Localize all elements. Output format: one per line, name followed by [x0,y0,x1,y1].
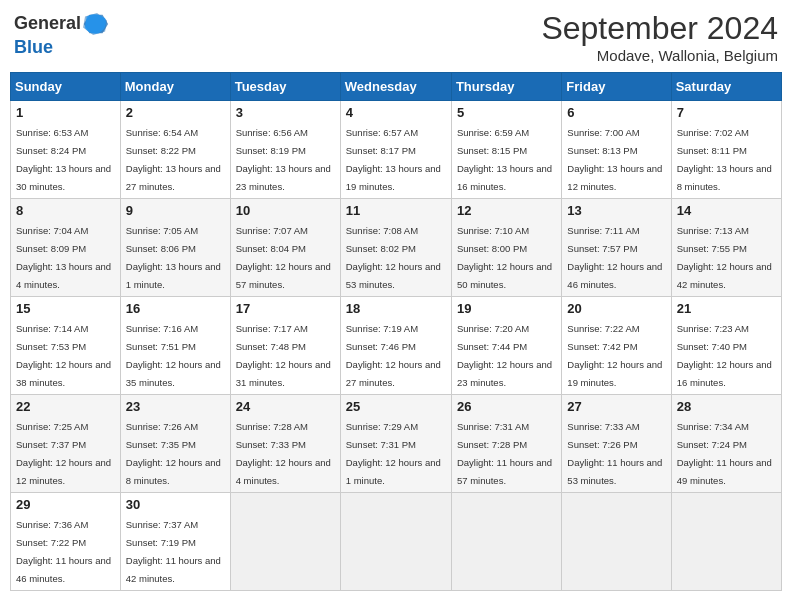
calendar-cell: 6 Sunrise: 7:00 AMSunset: 8:13 PMDayligh… [562,101,671,199]
day-number: 5 [457,105,556,120]
calendar-table: SundayMondayTuesdayWednesdayThursdayFrid… [10,72,782,591]
calendar-header-saturday: Saturday [671,73,781,101]
day-number: 3 [236,105,335,120]
calendar-cell [230,493,340,591]
calendar-header-wednesday: Wednesday [340,73,451,101]
logo-icon [82,10,110,38]
day-info: Sunrise: 7:08 AMSunset: 8:02 PMDaylight:… [346,225,441,290]
calendar-cell: 17 Sunrise: 7:17 AMSunset: 7:48 PMDaylig… [230,297,340,395]
day-info: Sunrise: 7:19 AMSunset: 7:46 PMDaylight:… [346,323,441,388]
day-number: 15 [16,301,115,316]
logo: General Blue [14,10,110,58]
calendar-cell: 12 Sunrise: 7:10 AMSunset: 8:00 PMDaylig… [451,199,561,297]
calendar-week-5: 29 Sunrise: 7:36 AMSunset: 7:22 PMDaylig… [11,493,782,591]
day-info: Sunrise: 7:02 AMSunset: 8:11 PMDaylight:… [677,127,772,192]
day-number: 11 [346,203,446,218]
calendar-header-sunday: Sunday [11,73,121,101]
calendar-cell: 10 Sunrise: 7:07 AMSunset: 8:04 PMDaylig… [230,199,340,297]
calendar-cell: 5 Sunrise: 6:59 AMSunset: 8:15 PMDayligh… [451,101,561,199]
day-info: Sunrise: 7:37 AMSunset: 7:19 PMDaylight:… [126,519,221,584]
day-number: 16 [126,301,225,316]
day-number: 14 [677,203,776,218]
day-number: 10 [236,203,335,218]
day-number: 30 [126,497,225,512]
day-number: 4 [346,105,446,120]
calendar-cell: 3 Sunrise: 6:56 AMSunset: 8:19 PMDayligh… [230,101,340,199]
day-info: Sunrise: 6:57 AMSunset: 8:17 PMDaylight:… [346,127,441,192]
calendar-cell: 2 Sunrise: 6:54 AMSunset: 8:22 PMDayligh… [120,101,230,199]
day-info: Sunrise: 7:34 AMSunset: 7:24 PMDaylight:… [677,421,772,486]
calendar-cell: 23 Sunrise: 7:26 AMSunset: 7:35 PMDaylig… [120,395,230,493]
day-number: 8 [16,203,115,218]
month-title: September 2024 [541,10,778,47]
day-info: Sunrise: 7:29 AMSunset: 7:31 PMDaylight:… [346,421,441,486]
calendar-cell [340,493,451,591]
day-number: 9 [126,203,225,218]
day-info: Sunrise: 7:26 AMSunset: 7:35 PMDaylight:… [126,421,221,486]
day-info: Sunrise: 7:25 AMSunset: 7:37 PMDaylight:… [16,421,111,486]
day-number: 29 [16,497,115,512]
calendar-week-3: 15 Sunrise: 7:14 AMSunset: 7:53 PMDaylig… [11,297,782,395]
day-info: Sunrise: 7:14 AMSunset: 7:53 PMDaylight:… [16,323,111,388]
location: Modave, Wallonia, Belgium [541,47,778,64]
calendar-cell: 26 Sunrise: 7:31 AMSunset: 7:28 PMDaylig… [451,395,561,493]
day-number: 2 [126,105,225,120]
calendar-header-monday: Monday [120,73,230,101]
day-info: Sunrise: 7:07 AMSunset: 8:04 PMDaylight:… [236,225,331,290]
day-info: Sunrise: 7:23 AMSunset: 7:40 PMDaylight:… [677,323,772,388]
day-number: 24 [236,399,335,414]
calendar-cell: 18 Sunrise: 7:19 AMSunset: 7:46 PMDaylig… [340,297,451,395]
calendar-cell: 1 Sunrise: 6:53 AMSunset: 8:24 PMDayligh… [11,101,121,199]
calendar-cell: 14 Sunrise: 7:13 AMSunset: 7:55 PMDaylig… [671,199,781,297]
day-info: Sunrise: 7:36 AMSunset: 7:22 PMDaylight:… [16,519,111,584]
day-number: 20 [567,301,665,316]
day-number: 18 [346,301,446,316]
day-info: Sunrise: 7:11 AMSunset: 7:57 PMDaylight:… [567,225,662,290]
calendar-cell: 25 Sunrise: 7:29 AMSunset: 7:31 PMDaylig… [340,395,451,493]
day-info: Sunrise: 6:56 AMSunset: 8:19 PMDaylight:… [236,127,331,192]
calendar-cell: 8 Sunrise: 7:04 AMSunset: 8:09 PMDayligh… [11,199,121,297]
page-header: General Blue September 2024 Modave, Wall… [10,10,782,64]
day-info: Sunrise: 7:13 AMSunset: 7:55 PMDaylight:… [677,225,772,290]
calendar-cell: 28 Sunrise: 7:34 AMSunset: 7:24 PMDaylig… [671,395,781,493]
calendar-cell [562,493,671,591]
day-info: Sunrise: 7:28 AMSunset: 7:33 PMDaylight:… [236,421,331,486]
calendar-cell: 24 Sunrise: 7:28 AMSunset: 7:33 PMDaylig… [230,395,340,493]
calendar-cell: 11 Sunrise: 7:08 AMSunset: 8:02 PMDaylig… [340,199,451,297]
calendar-cell: 29 Sunrise: 7:36 AMSunset: 7:22 PMDaylig… [11,493,121,591]
day-info: Sunrise: 6:54 AMSunset: 8:22 PMDaylight:… [126,127,221,192]
day-number: 1 [16,105,115,120]
day-info: Sunrise: 7:22 AMSunset: 7:42 PMDaylight:… [567,323,662,388]
calendar-cell: 20 Sunrise: 7:22 AMSunset: 7:42 PMDaylig… [562,297,671,395]
day-number: 27 [567,399,665,414]
day-number: 23 [126,399,225,414]
day-info: Sunrise: 7:10 AMSunset: 8:00 PMDaylight:… [457,225,552,290]
day-info: Sunrise: 7:16 AMSunset: 7:51 PMDaylight:… [126,323,221,388]
calendar-cell: 7 Sunrise: 7:02 AMSunset: 8:11 PMDayligh… [671,101,781,199]
day-info: Sunrise: 7:31 AMSunset: 7:28 PMDaylight:… [457,421,552,486]
calendar-header-tuesday: Tuesday [230,73,340,101]
day-info: Sunrise: 7:05 AMSunset: 8:06 PMDaylight:… [126,225,221,290]
calendar-cell: 16 Sunrise: 7:16 AMSunset: 7:51 PMDaylig… [120,297,230,395]
day-number: 12 [457,203,556,218]
day-info: Sunrise: 6:59 AMSunset: 8:15 PMDaylight:… [457,127,552,192]
day-info: Sunrise: 7:33 AMSunset: 7:26 PMDaylight:… [567,421,662,486]
day-number: 28 [677,399,776,414]
day-number: 6 [567,105,665,120]
calendar-cell: 22 Sunrise: 7:25 AMSunset: 7:37 PMDaylig… [11,395,121,493]
day-info: Sunrise: 7:20 AMSunset: 7:44 PMDaylight:… [457,323,552,388]
calendar-cell: 4 Sunrise: 6:57 AMSunset: 8:17 PMDayligh… [340,101,451,199]
calendar-cell: 13 Sunrise: 7:11 AMSunset: 7:57 PMDaylig… [562,199,671,297]
logo-blue-text: Blue [14,37,53,57]
calendar-cell [671,493,781,591]
day-number: 7 [677,105,776,120]
day-info: Sunrise: 7:00 AMSunset: 8:13 PMDaylight:… [567,127,662,192]
day-info: Sunrise: 7:04 AMSunset: 8:09 PMDaylight:… [16,225,111,290]
day-number: 17 [236,301,335,316]
calendar-cell [451,493,561,591]
calendar-header-thursday: Thursday [451,73,561,101]
logo-text: General Blue [14,10,110,58]
calendar-header-row: SundayMondayTuesdayWednesdayThursdayFrid… [11,73,782,101]
title-block: September 2024 Modave, Wallonia, Belgium [541,10,778,64]
calendar-week-4: 22 Sunrise: 7:25 AMSunset: 7:37 PMDaylig… [11,395,782,493]
